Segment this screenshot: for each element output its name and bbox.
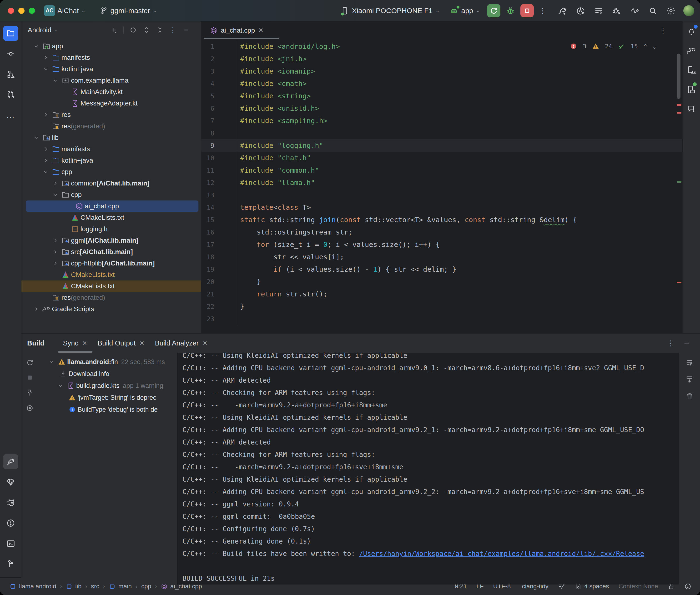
rerun-app-button[interactable]: [487, 4, 500, 18]
profiler-button[interactable]: [629, 5, 640, 17]
line-number[interactable]: 5: [201, 92, 214, 100]
chevron-right-icon[interactable]: [51, 260, 60, 267]
chevron-right-icon[interactable]: [41, 157, 51, 164]
prev-problem-icon[interactable]: ⌃: [644, 43, 647, 50]
code-line-12[interactable]: 12#include "llama.h": [201, 176, 682, 189]
collapse-all-icon[interactable]: [156, 26, 164, 34]
error-stripe-mark[interactable]: [677, 282, 681, 283]
build-tree-item[interactable]: llama.android: fin22 sec, 583 ms: [44, 356, 177, 368]
device-manager-button[interactable]: [686, 64, 697, 76]
user-avatar[interactable]: [683, 5, 694, 16]
tree-item-manifests[interactable]: manifests: [22, 143, 201, 155]
code-line-4[interactable]: 4#include <cmath>: [201, 77, 682, 90]
tree-item-ggml[interactable]: ggml [AiChat.lib.main]: [22, 235, 201, 246]
settings-button[interactable]: [665, 5, 677, 17]
vcs-branch-widget[interactable]: ggml-master ⌄: [100, 7, 157, 15]
project-view-selector[interactable]: Android ⌄: [28, 26, 58, 34]
clear-console-icon[interactable]: [685, 392, 694, 400]
tree-item-common[interactable]: common [AiChat.lib.main]: [22, 178, 201, 189]
ai-assistant-button[interactable]: [686, 103, 697, 115]
code-line-7[interactable]: 7#include <sampling.h>: [201, 115, 682, 127]
next-problem-icon[interactable]: ⌄: [653, 43, 656, 50]
tab-ai-chat-cpp[interactable]: ai_chat.cpp ✕: [204, 22, 270, 39]
version-control-tool-button[interactable]: [3, 557, 18, 572]
build-options-icon[interactable]: ⋮: [667, 339, 674, 347]
device-selector[interactable]: Xiaomi POCOPHONE F1 ⌄: [341, 6, 440, 15]
tree-item-cpp-httplib[interactable]: cpp-httplib [AiChat.lib.main]: [22, 258, 201, 269]
code-line-15[interactable]: 15static std::string join(const std::vec…: [201, 214, 682, 226]
tree-item-app[interactable]: app: [22, 40, 201, 52]
tree-item-cmakelists-txt[interactable]: CMakeLists.txt: [22, 269, 201, 281]
line-number[interactable]: 8: [201, 130, 214, 137]
build-tree-item[interactable]: 'jvmTarget: String' is deprec: [44, 392, 177, 403]
editor-options-icon[interactable]: ⋮: [660, 26, 667, 34]
search-everywhere-button[interactable]: [647, 5, 659, 17]
chevron-down-icon[interactable]: [47, 358, 56, 366]
logcat-tool-button[interactable]: [3, 495, 18, 510]
line-number[interactable]: 6: [201, 105, 214, 112]
chevron-right-icon[interactable]: [41, 145, 51, 152]
hide-panel-icon[interactable]: [182, 26, 190, 34]
terminal-tool-button[interactable]: [3, 536, 18, 551]
build-tree-item[interactable]: BuildType 'debug' is both de: [44, 403, 177, 416]
minimize-build-panel-icon[interactable]: [683, 339, 691, 347]
line-number[interactable]: 22: [201, 303, 214, 310]
code-line-9[interactable]: 9#include "logging.h": [201, 139, 682, 152]
more-tools-button[interactable]: …: [3, 108, 18, 123]
tree-item-res[interactable]: res (generated): [22, 292, 201, 303]
line-number[interactable]: 23: [201, 315, 214, 322]
gradle-tool-button[interactable]: [686, 45, 697, 56]
problems-indicator[interactable]: [684, 583, 692, 590]
tree-item-res[interactable]: res: [22, 109, 201, 120]
tree-item-lib[interactable]: lib: [22, 132, 201, 143]
build-variants-button[interactable]: [593, 5, 604, 17]
pin-icon[interactable]: [26, 389, 34, 397]
debug-button[interactable]: [504, 4, 517, 18]
code-line-20[interactable]: 20 }: [201, 276, 682, 288]
attach-debugger-button[interactable]: [611, 5, 622, 17]
tree-item-kotlin-java[interactable]: kotlin+java: [22, 155, 201, 166]
build-tree-item[interactable]: build.gradle.ktsapp 1 warning: [44, 380, 177, 392]
run-configuration-selector[interactable]: app ⌄: [449, 6, 481, 15]
notifications-button[interactable]: [686, 25, 697, 37]
line-number[interactable]: 3: [201, 67, 214, 75]
code-line-2[interactable]: 2#include <jni.h>: [201, 53, 682, 65]
code-line-11[interactable]: 11#include "common.h": [201, 164, 682, 176]
filter-icon[interactable]: [26, 404, 34, 412]
chevron-down-icon[interactable]: [31, 42, 41, 50]
line-number[interactable]: 4: [201, 80, 214, 87]
line-number[interactable]: 14: [201, 204, 214, 211]
error-stripe-mark[interactable]: [677, 112, 681, 114]
code-line-5[interactable]: 5#include <string>: [201, 90, 682, 102]
rerun-sync-icon[interactable]: [26, 358, 34, 366]
tree-item-kotlin-java[interactable]: kotlin+java: [22, 63, 201, 75]
tree-item-cpp[interactable]: cpp: [22, 166, 201, 178]
chevron-right-icon[interactable]: [31, 306, 41, 313]
line-number[interactable]: 1: [201, 43, 214, 50]
close-tab-icon[interactable]: ✕: [140, 340, 145, 347]
line-number[interactable]: 11: [201, 167, 214, 174]
tree-item-mainactivity-kt[interactable]: MainActivity.kt: [22, 86, 201, 97]
code-line-3[interactable]: 3#include <iomanip>: [201, 65, 682, 77]
expand-all-icon[interactable]: [143, 26, 150, 34]
line-number[interactable]: 18: [201, 253, 214, 261]
line-number[interactable]: 19: [201, 266, 214, 273]
line-number[interactable]: 2: [201, 55, 214, 63]
tree-item-com-example-llama[interactable]: com.example.llama: [22, 75, 201, 86]
zoom-window-button[interactable]: [29, 8, 35, 14]
code-area[interactable]: 3 24 15 ⌃ ⌄ 1#include <a: [201, 39, 682, 333]
sync-project-button[interactable]: [575, 5, 586, 17]
chevron-down-icon[interactable]: [41, 168, 51, 175]
chevron-down-icon[interactable]: [31, 134, 41, 141]
running-devices-button[interactable]: [686, 84, 697, 95]
chevron-down-icon[interactable]: [51, 191, 60, 198]
build-project-button[interactable]: [557, 5, 568, 17]
tree-item-ai-chat-cpp[interactable]: ai_chat.cpp: [26, 200, 198, 212]
chevron-down-icon[interactable]: [51, 77, 60, 84]
tree-item-gradle-scripts[interactable]: Gradle Scripts: [22, 303, 201, 315]
change-stripe-mark[interactable]: [677, 181, 681, 182]
tree-item-cmakelists-txt[interactable]: CMakeLists.txt: [22, 281, 201, 292]
close-tab-icon[interactable]: ✕: [202, 340, 207, 347]
project-tool-button[interactable]: [3, 26, 18, 41]
code-line-21[interactable]: 21 return str.str();: [201, 288, 682, 300]
